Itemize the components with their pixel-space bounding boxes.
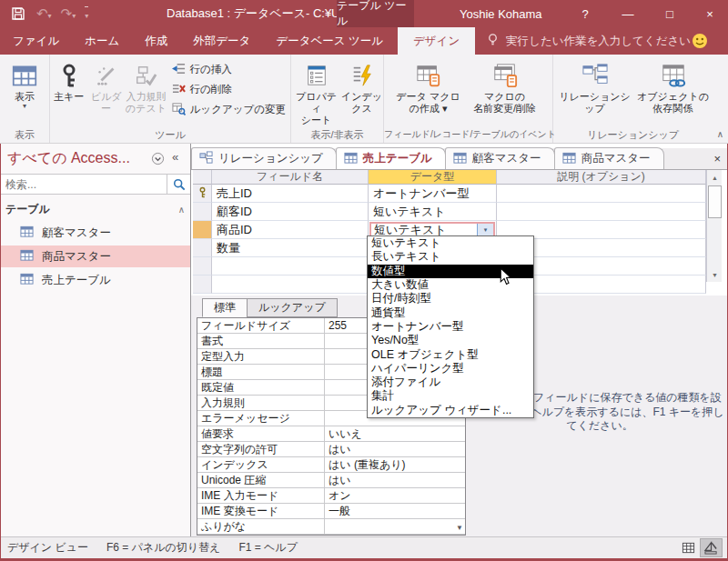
rename-delete-macro-button[interactable]: マクロの 名前変更/削除	[465, 56, 545, 125]
tab-design[interactable]: デザイン	[398, 27, 475, 55]
feedback-smiley-icon[interactable]	[692, 33, 708, 52]
collapse-ribbon-button[interactable]: ∧	[717, 129, 723, 139]
scroll-up-icon[interactable]: ▲	[708, 170, 722, 185]
dropdown-item[interactable]: ルックアップ ウィザード...	[368, 404, 533, 417]
row-selector[interactable]	[193, 257, 212, 275]
save-icon[interactable]	[11, 6, 25, 24]
tab-database-tools[interactable]: データベース ツール	[263, 27, 396, 55]
builder-button[interactable]: ビルダー	[87, 56, 125, 125]
property-scroll-down-icon[interactable]: ▼	[456, 524, 463, 532]
close-button[interactable]: ×	[693, 0, 726, 27]
account-name[interactable]: Yoshie Kohama	[460, 0, 542, 27]
property-row[interactable]: Unicode 圧縮はい	[197, 473, 465, 488]
help-button[interactable]: ?	[569, 0, 602, 27]
nav-menu-dropdown-icon[interactable]	[151, 152, 165, 168]
property-row[interactable]: ふりがな	[197, 519, 465, 535]
scrollbar-thumb[interactable]	[708, 185, 722, 218]
close-document-icon[interactable]: ×	[706, 152, 728, 165]
doc-tab-relationships[interactable]: リレーションシップ	[191, 147, 337, 169]
header-field-name[interactable]: フィールド名	[212, 170, 369, 185]
ribbon-group-tools: 主キー ビルダー 入力規則 のテスト 行の挿入 行の削除	[50, 55, 291, 143]
scroll-down-icon[interactable]: ▼	[708, 267, 722, 282]
tab-file[interactable]: ファイル	[0, 27, 72, 55]
doc-tab-customer-master[interactable]: 顧客マスター	[445, 147, 555, 169]
property-row[interactable]: インデックスはい (重複あり)	[197, 457, 465, 473]
description-cell[interactable]	[497, 203, 706, 221]
field-name-cell[interactable]: 数量	[212, 239, 369, 257]
dropdown-item[interactable]: 日付/時刻型	[368, 292, 533, 306]
delete-rows-button[interactable]: 行の削除	[167, 79, 290, 99]
primary-key-button[interactable]: 主キー	[50, 56, 87, 125]
row-selector[interactable]	[193, 185, 212, 203]
tab-lookup[interactable]: ルックアップ	[247, 298, 338, 317]
combo-dropdown-button[interactable]: ▾	[477, 224, 493, 236]
row-selector-active[interactable]	[193, 221, 212, 239]
dropdown-item[interactable]: 長いテキスト	[368, 250, 533, 264]
search-icon[interactable]	[167, 175, 190, 194]
maximize-button[interactable]: □	[653, 0, 686, 27]
indexes-button[interactable]: インデックス	[341, 56, 383, 125]
dropdown-item[interactable]: OLE オブジェクト型	[368, 347, 533, 361]
test-validation-rules-button[interactable]: 入力規則 のテスト	[125, 56, 167, 125]
primary-key-icon	[197, 186, 207, 201]
field-name-cell[interactable]	[212, 275, 369, 294]
tab-general[interactable]: 標準	[202, 298, 248, 317]
row-selector[interactable]	[193, 275, 212, 294]
nav-item-product-master[interactable]: 商品マスター	[0, 245, 190, 267]
property-row[interactable]: 空文字列の許可はい	[197, 442, 465, 457]
tab-external-data[interactable]: 外部データ	[180, 27, 263, 55]
header-description[interactable]: 説明 (オプション)	[497, 170, 706, 185]
row-selector[interactable]	[193, 239, 212, 257]
dropdown-item[interactable]: 短いテキスト	[368, 236, 533, 250]
doc-tab-sales-table[interactable]: 売上テーブル	[336, 147, 446, 169]
property-sheet-button[interactable]: プロパティ シート	[292, 56, 341, 127]
view-button[interactable]: 表示 ▾	[12, 56, 37, 125]
dropdown-item[interactable]: 集計	[368, 389, 533, 403]
contextual-tab-table-tools[interactable]: テーブル ツール	[337, 0, 414, 27]
nav-item-sales-table[interactable]: 売上テーブル	[0, 269, 190, 291]
grid-vertical-scrollbar[interactable]: ▲ ▼	[706, 170, 722, 282]
insert-rows-button[interactable]: 行の挿入	[167, 59, 290, 79]
doc-tab-product-master[interactable]: 商品マスター	[554, 147, 664, 169]
dropdown-item[interactable]: 添付ファイル	[368, 376, 533, 389]
description-cell[interactable]	[497, 185, 706, 203]
property-row[interactable]: IME 入力モードオン	[197, 488, 465, 504]
design-view-button[interactable]	[700, 538, 723, 557]
row-selector[interactable]	[193, 203, 212, 221]
tell-me-box[interactable]: 実行したい作業を入力してください	[475, 27, 702, 55]
dropdown-item[interactable]: ハイパーリンク型	[368, 362, 533, 376]
customize-qat-button[interactable]: ▾	[85, 6, 88, 21]
nav-section-tables[interactable]: テーブル ∧	[0, 198, 190, 220]
minimize-button[interactable]: —	[612, 0, 644, 27]
object-dependencies-button[interactable]: オブジェクトの 依存関係	[635, 56, 712, 125]
field-name-cell[interactable]	[212, 257, 369, 275]
property-row[interactable]: 値要求いいえ	[197, 426, 465, 442]
modify-lookups-button[interactable]: ルックアップの変更	[167, 99, 290, 119]
field-row-customer-id[interactable]: 顧客ID 短いテキスト	[193, 203, 706, 221]
field-name-cell[interactable]: 売上ID	[212, 185, 369, 203]
dropdown-item[interactable]: 通貨型	[368, 306, 533, 319]
create-data-macros-button[interactable]: データ マクロ の作成 ▾	[392, 56, 465, 125]
relationships-button[interactable]: リレーションシップ	[555, 56, 635, 125]
field-name-cell[interactable]: 商品ID	[212, 221, 369, 239]
data-type-cell[interactable]: オートナンバー型	[369, 185, 497, 203]
ribbon-group-show-hide: プロパティ シート インデックス 表示/非表示	[291, 55, 384, 143]
grid-corner-cell[interactable]	[193, 170, 212, 185]
dropdown-item[interactable]: Yes/No型	[368, 334, 533, 347]
header-data-type[interactable]: データ型	[369, 170, 497, 185]
tab-home[interactable]: ホーム	[72, 27, 132, 55]
search-input[interactable]	[0, 178, 167, 191]
property-row[interactable]: IME 変換モード一般	[197, 504, 465, 519]
section-collapse-icon[interactable]: ∧	[178, 205, 185, 215]
undo-button[interactable]: ↶▾	[36, 5, 52, 22]
tab-create[interactable]: 作成	[132, 27, 180, 55]
field-name-cell[interactable]: 顧客ID	[212, 203, 369, 221]
data-type-cell[interactable]: 短いテキスト	[369, 203, 497, 221]
dropdown-item[interactable]: オートナンバー型	[368, 320, 533, 334]
group-label-relationships: リレーションシップ	[553, 128, 713, 143]
shutter-bar-collapse-button[interactable]: «	[172, 150, 178, 164]
redo-button[interactable]: ↷▾	[61, 5, 76, 22]
datasheet-view-button[interactable]	[677, 538, 700, 557]
nav-item-customer-master[interactable]: 顧客マスター	[0, 222, 190, 244]
field-row-sales-id[interactable]: 売上ID オートナンバー型	[193, 185, 706, 203]
